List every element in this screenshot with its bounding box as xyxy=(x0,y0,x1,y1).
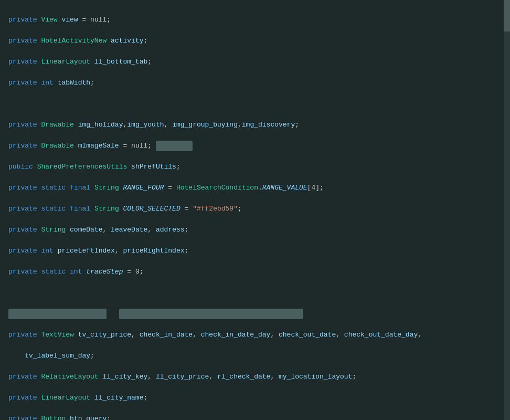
code-line: public SharedPreferencesUtils shPrefUtil… xyxy=(8,162,495,172)
blank-line xyxy=(8,288,495,298)
code-line: private LinearLayout ll_city_name; xyxy=(8,393,495,403)
code-line: private RelativeLayout ll_city_key, ll_c… xyxy=(8,372,495,382)
code-line: private static final String RANGE_FOUR =… xyxy=(8,183,495,193)
scrollbar-thumb[interactable] xyxy=(504,0,510,32)
scrollbar[interactable] xyxy=(504,0,510,420)
code-editor: private View view = null; private HotelA… xyxy=(0,0,510,420)
blank-line xyxy=(8,99,495,109)
code-line: private TextView tv_city_price, check_in… xyxy=(8,330,495,340)
code-line: tv_label_sum_day; xyxy=(8,351,495,361)
code-content: private View view = null; private HotelA… xyxy=(0,0,504,420)
code-line: private int priceLeftIndex, priceRightIn… xyxy=(8,246,495,256)
code-line: private Button btn_query; xyxy=(8,414,495,420)
code-line: private LinearLayout ll_bottom_tab; xyxy=(8,57,495,67)
code-line: private Drawable img_holiday,img_youth, … xyxy=(8,120,495,130)
code-line: private Drawable mImageSale = null; xyxy=(8,141,495,151)
code-line: private int tabWidth; xyxy=(8,78,495,88)
code-line: private static final String COLOR_SELECT… xyxy=(8,204,495,214)
code-line: private View view = null; xyxy=(8,15,495,25)
code-line: private static int traceStep = 0; xyxy=(8,267,495,277)
code-line xyxy=(8,309,495,319)
code-line: private String comeDate, leaveDate, addr… xyxy=(8,225,495,235)
code-line: private HotelActivityNew activity; xyxy=(8,36,495,46)
